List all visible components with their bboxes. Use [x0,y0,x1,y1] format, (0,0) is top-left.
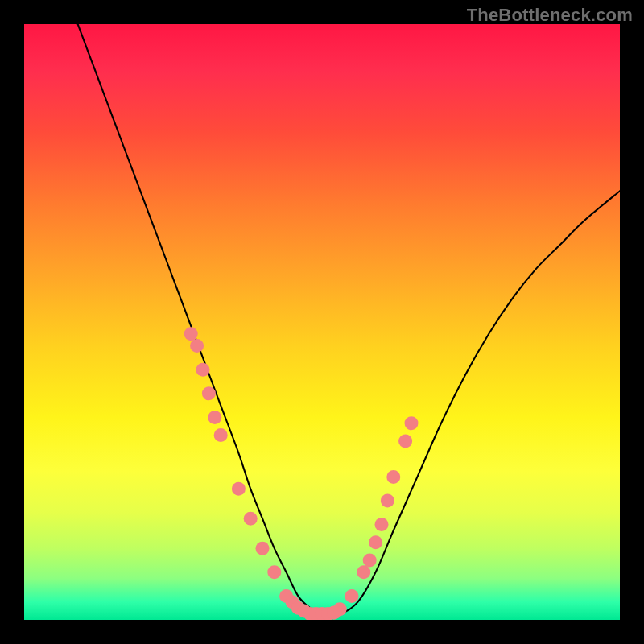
highlight-point [267,565,281,579]
highlight-point [381,493,394,507]
highlight-point [363,553,377,567]
highlight-point [244,512,258,526]
highlight-point [208,411,221,424]
highlight-point [184,327,198,341]
highlight-point [232,482,246,496]
highlight-points [184,327,419,620]
highlight-point [196,363,209,377]
highlight-point [202,386,216,400]
highlight-point [345,589,358,603]
highlight-point [369,535,382,549]
highlight-point [333,602,347,616]
highlight-point [190,339,204,353]
watermark-text: TheBottleneck.com [467,5,633,26]
bottleneck-gradient-chart [24,24,620,620]
highlight-point [255,542,269,555]
bottleneck-curve [78,24,620,615]
chart-frame: TheBottleneck.com [0,0,644,644]
highlight-point [357,565,370,579]
highlight-point [374,518,388,531]
highlight-point [214,428,228,442]
highlight-point [404,416,418,430]
highlight-point [386,470,400,484]
highlight-point [398,434,412,448]
